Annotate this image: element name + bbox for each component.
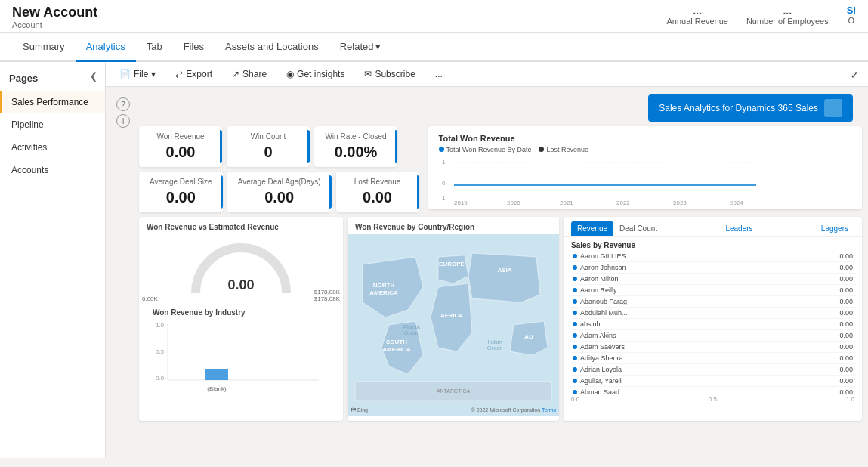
insights-label: Get insights [297,69,344,79]
sidebar-item-accounts[interactable]: Accounts [0,159,105,181]
map-title: Won Revenue by Country/Region [348,217,559,234]
sales-tab-revenue[interactable]: Revenue [571,221,613,236]
sidebar-item-activities[interactable]: Activities [0,136,105,159]
sales-list-item: Aaron GILLIES 0.00 [570,251,856,262]
file-label: File [134,69,148,79]
other-dots: Si [847,5,856,16]
sales-name: Adrian Loyola [580,366,622,373]
sales-value: 0.00 [839,343,853,351]
annual-revenue-item[interactable]: ... Annual Revenue [667,5,728,26]
sales-row-name: Aaron Reilly [573,286,617,294]
sales-value: 0.00 [839,366,853,373]
brand-label: Sales Analytics for Dynamics 365 Sales [659,103,818,113]
won-revenue-svg: 1 0 1 2019 2020 2021 2022 2023 2024 [439,156,851,206]
sales-name: Abanoub Farag [580,298,627,305]
num-employees-dots: ... [746,5,829,17]
sales-dot [573,254,577,258]
sales-list-item: Ahmad Saad 0.00 [570,387,856,394]
won-industry-title: Won Revenue by Industry [145,302,337,320]
sales-row-name: Abdulahi Muh... [573,309,628,317]
sidebar-item-pipeline[interactable]: Pipeline [0,113,105,136]
sales-dot [573,367,577,372]
sales-name: Aaron GILLIES [580,252,626,260]
info-icon-2[interactable]: i [116,114,130,128]
sales-row-name: Aaron Johnson [573,264,626,271]
sales-list-item: absinh 0.00 [570,319,856,330]
sales-value: 0.00 [839,252,853,260]
sales-row-name: Adam Saevers [573,343,625,351]
tab-related[interactable]: Related ▾ [329,33,392,62]
sales-dot [573,288,577,292]
info-icon-1[interactable]: ? [116,97,130,111]
insights-button[interactable]: ◉ Get insights [282,66,349,82]
tab-files[interactable]: Files [173,33,215,62]
share-button[interactable]: ↗ Share [227,66,271,82]
tab-assets[interactable]: Assets and Locations [215,33,329,62]
sales-name: Aaron Reilly [580,286,617,294]
map-terms[interactable]: Terms [542,407,556,413]
subscribe-button[interactable]: ✉ Subscribe [360,66,419,82]
sales-list-item: Abanoub Farag 0.00 [570,296,856,308]
svg-text:Ocean: Ocean [487,345,503,351]
svg-text:ASIA: ASIA [497,267,511,274]
map-logo: 🗺 Bing [351,407,368,413]
svg-text:AMERICA: AMERICA [369,289,398,296]
file-dropdown-icon: ▾ [151,69,156,79]
account-info: New Account Account [12,5,97,29]
tab-tab[interactable]: Tab [136,33,173,62]
legend-won: Total Won Revenue By Date [439,146,532,153]
export-button[interactable]: ⇄ Export [171,66,217,82]
sales-dot [573,333,577,338]
expand-button[interactable]: ⤢ [851,69,859,80]
sales-name: Aaron Milton [580,275,619,283]
top-header: New Account Account ... Annual Revenue .… [0,0,868,33]
svg-text:Ocean: Ocean [404,330,420,336]
svg-text:0.00: 0.00 [227,277,254,292]
svg-text:AU: AU [524,333,533,340]
sales-tab-deal-count[interactable]: Deal Count [613,221,663,236]
svg-text:0.0: 0.0 [156,375,165,382]
sales-list-item: Aaron Milton 0.00 [570,274,856,285]
other-item[interactable]: Si O [847,5,856,26]
share-icon: ↗ [232,69,239,79]
account-title: New Account [12,5,97,20]
sales-tabs: Revenue Deal Count Leaders Laggers [564,217,862,237]
pages-label: Pages [9,73,38,84]
stat-win-rate-label: Win Rate - Closed [325,132,387,141]
stat-won-revenue-label: Won Revenue [150,132,212,141]
svg-text:2020: 2020 [507,199,520,206]
sales-list[interactable]: Aaron GILLIES 0.00 Aaron Johnson 0.00 Aa… [564,251,862,394]
tab-analytics[interactable]: Analytics [76,33,136,62]
chart-legend: Total Won Revenue By Date Lost Revenue [439,146,851,153]
insights-icon: ◉ [286,69,294,79]
sales-list-item: Aaron Johnson 0.00 [570,262,856,274]
sales-row-name: Aaron Milton [573,275,619,283]
sales-name: Aditya Sheora... [580,354,629,362]
stat-win-rate-value: 0.00% [325,144,387,161]
stat-lost-revenue-value: 0.00 [347,189,409,206]
sidebar-collapse-icon[interactable]: 《 [85,71,96,85]
sales-row-name: absinh [573,320,601,328]
file-button[interactable]: 📄 File ▾ [115,66,160,82]
sidebar: Pages 《 Sales Performance Pipeline Activ… [0,62,106,458]
sales-value: 0.00 [839,332,853,339]
stat-avg-deal-size: Average Deal Size 0.00 [139,172,223,212]
sales-dot [573,345,577,349]
sales-row-name: Ahmad Saad [573,388,619,394]
won-revenue-chart-title: Total Won Revenue [439,134,851,143]
tab-summary[interactable]: Summary [12,33,76,62]
subscribe-icon: ✉ [364,69,372,79]
stat-lost-revenue: Lost Revenue 0.00 [336,172,419,212]
stat-avg-deal-age-label: Average Deal Age(Days) [238,178,321,186]
svg-text:2019: 2019 [454,199,468,206]
export-label: Export [186,69,212,79]
sales-tab-laggers[interactable]: Laggers [815,221,854,236]
sidebar-item-sales-performance[interactable]: Sales Performance [0,91,105,113]
sales-value: 0.00 [839,264,853,271]
num-employees-item[interactable]: ... Number of Employees [746,5,829,26]
sales-dot [573,311,577,315]
sales-tab-leaders[interactable]: Leaders [719,221,758,236]
gauge-svg: 0.00 [181,237,301,301]
sidebar-header: Pages 《 [0,68,105,91]
more-button[interactable]: ... [431,66,447,82]
